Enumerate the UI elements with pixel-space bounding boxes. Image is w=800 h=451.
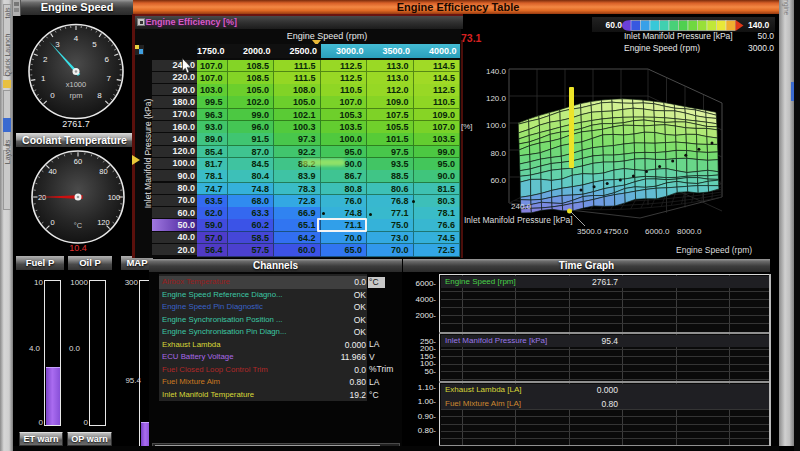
- svg-text:x1000: x1000: [66, 80, 86, 89]
- svg-text:5: 5: [92, 40, 97, 49]
- svg-text:°C: °C: [74, 221, 83, 230]
- svg-text:8: 8: [97, 91, 102, 100]
- svg-text:60: 60: [74, 157, 82, 166]
- svg-text:100: 100: [108, 193, 121, 202]
- svg-text:120: 120: [97, 218, 110, 227]
- svg-text:0: 0: [51, 218, 55, 227]
- svg-text:80: 80: [99, 167, 107, 176]
- svg-text:rpm: rpm: [70, 91, 83, 100]
- svg-text:2: 2: [43, 55, 48, 64]
- svg-text:1: 1: [41, 74, 46, 83]
- svg-text:40: 40: [48, 167, 56, 176]
- svg-text:6: 6: [105, 55, 110, 64]
- svg-text:0: 0: [50, 91, 55, 100]
- svg-text:7: 7: [106, 74, 111, 83]
- svg-text:3: 3: [55, 40, 60, 49]
- svg-text:4: 4: [74, 34, 79, 43]
